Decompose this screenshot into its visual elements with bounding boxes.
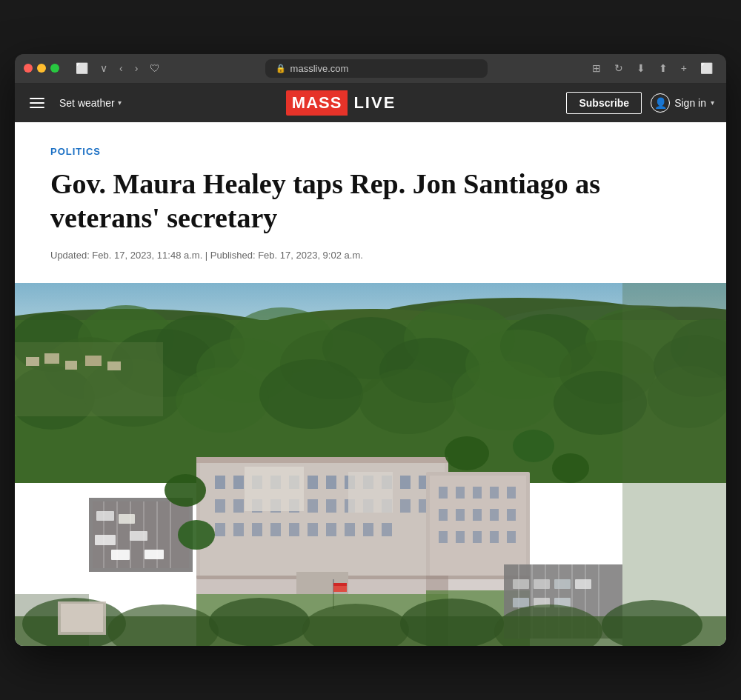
svg-rect-78: [289, 523, 299, 536]
back-button[interactable]: ‹: [115, 59, 127, 77]
svg-rect-104: [348, 472, 393, 513]
article-area: POLITICS Gov. Maura Healey taps Rep. Jon…: [15, 122, 726, 646]
svg-rect-87: [456, 487, 465, 499]
minimize-button[interactable]: [37, 64, 46, 73]
site-logo[interactable]: MASS LIVE: [286, 90, 402, 116]
svg-point-112: [513, 430, 554, 462]
svg-rect-82: [363, 523, 373, 536]
svg-rect-75: [233, 523, 244, 536]
svg-rect-93: [473, 509, 482, 521]
browser-window: ⬜ ∨ ‹ › 🛡 🔒 masslive.com ⊞ ↻ ⬇ ⬆ + ⬜: [15, 54, 726, 646]
site-navbar: Set weather ▾ MASS LIVE Subscribe 👤 Sign…: [15, 84, 726, 122]
svg-rect-37: [85, 356, 102, 366]
svg-rect-62: [215, 499, 225, 513]
svg-rect-80: [326, 523, 336, 536]
article-meta: Updated: Feb. 17, 2023, 11:48 a.m. | Pub…: [50, 250, 691, 261]
svg-rect-77: [270, 523, 281, 536]
svg-rect-76: [252, 523, 262, 536]
nav-right: Subscribe 👤 Sign in ▾: [566, 92, 714, 114]
svg-rect-99: [490, 531, 499, 543]
article-title: Gov. Maura Healey taps Rep. Jon Santiago…: [50, 167, 691, 235]
svg-rect-68: [326, 499, 336, 513]
refresh-icon[interactable]: ↻: [610, 59, 628, 77]
svg-rect-126: [130, 531, 147, 541]
svg-point-30: [452, 361, 556, 430]
svg-rect-90: [507, 487, 516, 499]
svg-rect-148: [61, 604, 103, 632]
svg-point-27: [176, 367, 269, 433]
svg-rect-88: [473, 487, 482, 499]
svg-rect-132: [554, 579, 571, 589]
address-bar[interactable]: 🔒 masslive.com: [265, 59, 488, 78]
logo-mass-text: MASS: [286, 90, 348, 116]
forward-button[interactable]: ›: [130, 59, 143, 77]
svg-rect-55: [308, 476, 318, 489]
svg-rect-79: [308, 523, 318, 536]
sign-in-chevron-icon: ▾: [711, 99, 714, 107]
svg-rect-128: [96, 511, 114, 521]
svg-rect-83: [382, 523, 392, 536]
chevron-down-icon: ▾: [118, 99, 122, 107]
svg-rect-125: [95, 535, 116, 545]
shield-icon[interactable]: 🛡: [145, 59, 165, 77]
svg-rect-33: [15, 342, 163, 416]
title-bar: ⬜ ∨ ‹ › 🛡 🔒 masslive.com ⊞ ↻ ⬇ ⬆ + ⬜: [15, 54, 726, 84]
svg-rect-138: [622, 283, 726, 646]
toolbar-left-icons: ⬜ ∨ ‹ › 🛡: [71, 59, 165, 77]
svg-rect-50: [215, 476, 225, 489]
svg-point-111: [445, 436, 489, 470]
set-weather-label: Set weather: [59, 97, 115, 109]
svg-rect-60: [400, 476, 411, 489]
article-image: [15, 283, 726, 646]
svg-rect-89: [490, 487, 499, 499]
svg-rect-96: [439, 531, 448, 543]
traffic-lights: [24, 64, 59, 73]
svg-rect-127: [144, 550, 164, 559]
maximize-button[interactable]: [50, 64, 59, 73]
svg-rect-91: [439, 509, 448, 521]
hamburger-menu-button[interactable]: [27, 95, 47, 111]
svg-rect-133: [575, 579, 591, 589]
svg-point-29: [359, 369, 456, 434]
hamburger-line: [30, 98, 44, 99]
close-button[interactable]: [24, 64, 33, 73]
sign-in-button[interactable]: 👤 Sign in ▾: [651, 93, 714, 113]
translate-icon[interactable]: ⊞: [588, 59, 605, 77]
lock-icon: 🔒: [276, 64, 286, 73]
svg-rect-56: [326, 476, 336, 489]
article-category[interactable]: POLITICS: [50, 146, 691, 157]
svg-rect-74: [215, 523, 225, 536]
svg-point-109: [165, 474, 206, 507]
subscribe-button[interactable]: Subscribe: [566, 92, 642, 114]
svg-rect-98: [473, 531, 482, 543]
hamburger-line: [30, 102, 44, 104]
url-text: masslive.com: [290, 63, 349, 74]
svg-rect-92: [456, 509, 465, 521]
share-icon[interactable]: ⬆: [654, 59, 672, 77]
svg-rect-63: [233, 499, 244, 513]
svg-rect-130: [513, 579, 529, 589]
tab-overview-icon[interactable]: ⬜: [696, 59, 717, 77]
sidebar-toggle-button[interactable]: ⬜: [71, 59, 93, 77]
aerial-photo-svg: [15, 283, 726, 646]
svg-rect-36: [65, 361, 77, 370]
download-icon[interactable]: ⬇: [632, 59, 650, 77]
nav-left: Set weather ▾: [27, 95, 122, 111]
new-tab-icon[interactable]: +: [677, 59, 691, 77]
svg-rect-103: [245, 467, 304, 511]
address-bar-container: 🔒 masslive.com: [170, 59, 581, 78]
svg-rect-38: [107, 361, 121, 370]
svg-rect-67: [308, 499, 318, 513]
set-weather-button[interactable]: Set weather ▾: [59, 97, 122, 109]
svg-rect-86: [439, 487, 448, 499]
svg-rect-100: [507, 531, 516, 543]
article-header: POLITICS Gov. Maura Healey taps Rep. Jon…: [15, 122, 726, 283]
svg-rect-34: [26, 357, 39, 366]
svg-rect-72: [400, 499, 411, 513]
svg-point-113: [552, 453, 589, 483]
svg-rect-94: [490, 509, 499, 521]
chevron-down-icon[interactable]: ∨: [96, 59, 112, 77]
toolbar-right-icons: ⊞ ↻ ⬇ ⬆ + ⬜: [588, 59, 717, 77]
svg-rect-48: [196, 457, 448, 463]
svg-rect-129: [119, 514, 135, 524]
